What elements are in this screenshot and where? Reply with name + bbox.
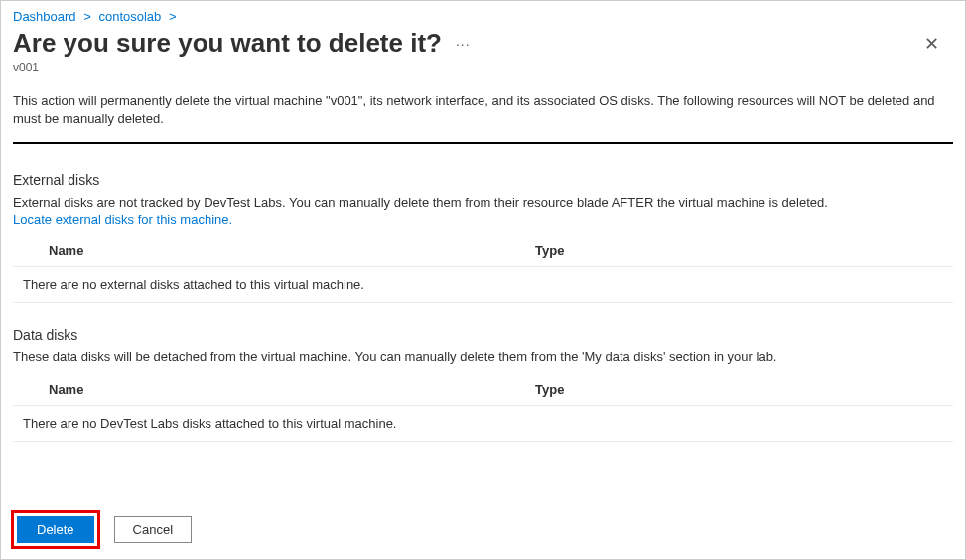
section-data-disks: Data disks These data disks will be deta… [1,327,965,466]
page-subtitle: v001 [1,61,965,92]
data-disks-table: Name Type There are no DevTest Labs disk… [13,376,953,442]
header: Are you sure you want to delete it? ··· … [1,28,965,61]
divider [13,142,953,144]
external-disks-desc: External disks are not tracked by DevTes… [13,194,953,211]
cancel-button[interactable]: Cancel [114,516,192,543]
data-disks-desc: These data disks will be detached from t… [13,349,953,366]
table-header: Name Type [13,376,953,406]
section-external-disks: External disks External disks are not tr… [1,172,965,326]
warning-text: This action will permanently delete the … [1,92,965,142]
data-disks-title: Data disks [13,327,953,343]
external-disks-title: External disks [13,172,953,188]
external-disks-empty: There are no external disks attached to … [13,267,953,303]
breadcrumb: Dashboard > contosolab > [1,1,965,28]
locate-external-disks-link[interactable]: Locate external disks for this machine. [13,212,232,227]
page-title: Are you sure you want to delete it? [13,28,442,59]
breadcrumb-sep: > [83,9,91,24]
col-name-header: Name [49,382,535,397]
table-header: Name Type [13,237,953,267]
data-disks-empty: There are no DevTest Labs disks attached… [13,406,953,442]
col-type-header: Type [535,243,564,258]
external-disks-table: Name Type There are no external disks at… [13,237,953,303]
breadcrumb-contosolab[interactable]: contosolab [98,9,161,24]
footer-buttons: Delete Cancel [11,510,192,549]
col-name-header: Name [49,243,535,258]
breadcrumb-dashboard[interactable]: Dashboard [13,9,76,24]
close-icon[interactable]: ✕ [920,29,953,59]
breadcrumb-sep: > [169,9,177,24]
col-type-header: Type [535,382,564,397]
delete-button[interactable]: Delete [17,516,94,543]
delete-highlight: Delete [11,510,100,549]
more-icon[interactable]: ··· [452,36,475,52]
